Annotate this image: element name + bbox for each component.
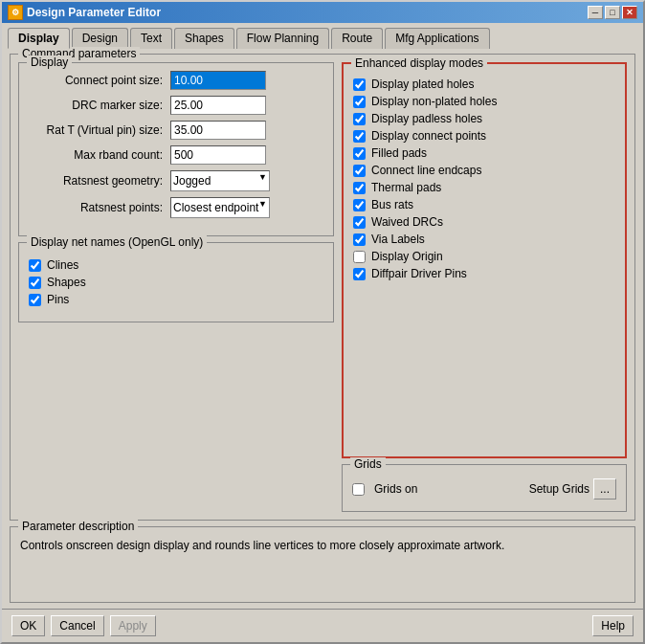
ratsnest-points-select[interactable]: Closest endpoint Any endpoint [170,197,270,218]
filled-pads-row: Filled pads [353,146,615,160]
connect-line-endcaps-checkbox[interactable] [353,165,366,177]
main-window: ⚙ Design Parameter Editor ─ □ ✕ Display … [0,0,645,644]
tab-route[interactable]: Route [331,28,383,49]
content-area: Command parameters Display Connect point… [2,48,643,609]
connect-line-endcaps-label: Connect line endcaps [371,164,481,177]
display-non-plated-holes-checkbox[interactable] [353,96,366,108]
clines-checkbox[interactable] [29,259,41,272]
setup-grids-area: Setup Grids ... [529,478,616,500]
bus-rats-row: Bus rats [353,198,615,211]
display-plated-holes-checkbox[interactable] [353,78,366,91]
minimize-button[interactable]: ─ [588,6,603,19]
ratsnest-geometry-select[interactable]: Jogged Straight [170,170,270,191]
bus-rats-label: Bus rats [371,198,413,211]
display-plated-holes-row: Display plated holes [353,78,615,91]
via-labels-label: Via Labels [371,233,425,246]
setup-grids-button[interactable]: ... [593,478,616,500]
display-origin-checkbox[interactable] [353,251,366,263]
left-panel: Display Connect point size: DRC marker s… [18,62,334,512]
max-rband-count-row: Max rband count: [29,145,323,165]
tab-flow-planning[interactable]: Flow Planning [236,28,329,49]
via-labels-row: Via Labels [353,233,615,246]
pins-row: Pins [29,293,323,306]
ratsnest-points-wrapper: Closest endpoint Any endpoint [170,197,270,218]
diffpair-driver-pins-label: Diffpair Driver Pins [371,267,467,280]
maximize-button[interactable]: □ [605,6,620,19]
main-content: Display Connect point size: DRC marker s… [18,62,627,512]
display-padless-holes-row: Display padless holes [353,112,615,125]
display-padless-holes-label: Display padless holes [371,112,482,125]
setup-grids-label: Setup Grids [529,482,589,496]
max-rband-count-input[interactable] [170,145,266,165]
display-plated-holes-label: Display plated holes [371,78,474,91]
display-net-group: Display net names (OpenGL only) Clines S… [18,242,334,322]
ok-button[interactable]: OK [11,615,45,636]
right-panel: Enhanced display modes Display plated ho… [342,62,627,512]
tab-design[interactable]: Design [72,28,128,49]
ratsnest-points-row: Ratsnest points: Closest endpoint Any en… [29,197,323,218]
tab-bar: Display Design Text Shapes Flow Planning… [2,23,643,48]
shapes-row: Shapes [29,276,323,289]
display-connect-points-checkbox[interactable] [353,130,366,143]
ratsnest-geometry-label: Ratsnest geometry: [29,174,170,188]
connect-point-size-input[interactable] [170,71,266,90]
waived-drcs-row: Waived DRCs [353,215,615,229]
param-description-label: Parameter description [18,520,138,533]
window-icon: ⚙ [8,5,23,20]
pins-checkbox[interactable] [29,294,41,306]
drc-marker-size-row: DRC marker size: [29,96,323,115]
display-origin-label: Display Origin [371,250,443,263]
rat-t-size-label: Rat T (Virtual pin) size: [29,123,170,137]
tab-text[interactable]: Text [130,28,172,49]
enhanced-display-label: Enhanced display modes [351,56,487,70]
thermal-pads-checkbox[interactable] [353,182,366,194]
display-non-plated-holes-label: Display non-plated holes [371,95,497,108]
grids-group: Grids Grids on Setup Grids ... [342,464,627,512]
display-padless-holes-checkbox[interactable] [353,113,366,125]
via-labels-checkbox[interactable] [353,233,366,246]
apply-button[interactable]: Apply [110,615,156,636]
tab-mfg-applications[interactable]: Mfg Applications [385,28,489,49]
waived-drcs-checkbox[interactable] [353,216,366,229]
waived-drcs-label: Waived DRCs [371,215,443,229]
cancel-button[interactable]: Cancel [51,615,103,636]
filled-pads-checkbox[interactable] [353,147,366,160]
filled-pads-label: Filled pads [371,146,427,160]
display-connect-points-row: Display connect points [353,129,615,143]
enhanced-display-group: Enhanced display modes Display plated ho… [342,62,627,458]
grids-on-label: Grids on [374,482,417,496]
close-button[interactable]: ✕ [622,6,637,19]
title-bar: ⚙ Design Parameter Editor ─ □ ✕ [2,2,643,23]
window-title: Design Parameter Editor [27,6,161,19]
grids-on-checkbox[interactable] [352,483,365,496]
drc-marker-size-input[interactable] [170,96,266,115]
rat-t-size-input[interactable] [170,121,266,140]
display-subgroup: Display Connect point size: DRC marker s… [18,62,334,236]
ratsnest-points-label: Ratsnest points: [29,201,170,214]
connect-point-size-row: Connect point size: [29,71,323,90]
tab-display[interactable]: Display [8,28,70,49]
shapes-checkbox[interactable] [29,277,41,289]
grids-row: Grids on Setup Grids ... [352,478,616,500]
tab-shapes[interactable]: Shapes [174,28,234,49]
bottom-left-buttons: OK Cancel Apply [11,615,156,636]
param-description-group: Parameter description Controls onscreen … [10,526,635,603]
diffpair-driver-pins-checkbox[interactable] [353,268,366,280]
thermal-pads-row: Thermal pads [353,181,615,194]
help-button[interactable]: Help [592,615,634,636]
thermal-pads-label: Thermal pads [371,181,441,194]
connect-point-size-label: Connect point size: [29,74,170,87]
diffpair-driver-pins-row: Diffpair Driver Pins [353,267,615,280]
param-description-text: Controls onscreen design display and rou… [20,539,504,552]
ratsnest-geometry-row: Ratsnest geometry: Jogged Straight [29,170,323,191]
clines-row: Clines [29,258,323,272]
title-bar-controls: ─ □ ✕ [588,6,637,19]
bottom-bar: OK Cancel Apply Help [2,609,643,642]
connect-line-endcaps-row: Connect line endcaps [353,164,615,177]
max-rband-count-label: Max rband count: [29,148,170,162]
display-connect-points-label: Display connect points [371,129,486,143]
bus-rats-checkbox[interactable] [353,199,366,211]
display-subgroup-label: Display [27,56,72,69]
display-non-plated-holes-row: Display non-plated holes [353,95,615,108]
ratsnest-geometry-wrapper: Jogged Straight [170,170,270,191]
